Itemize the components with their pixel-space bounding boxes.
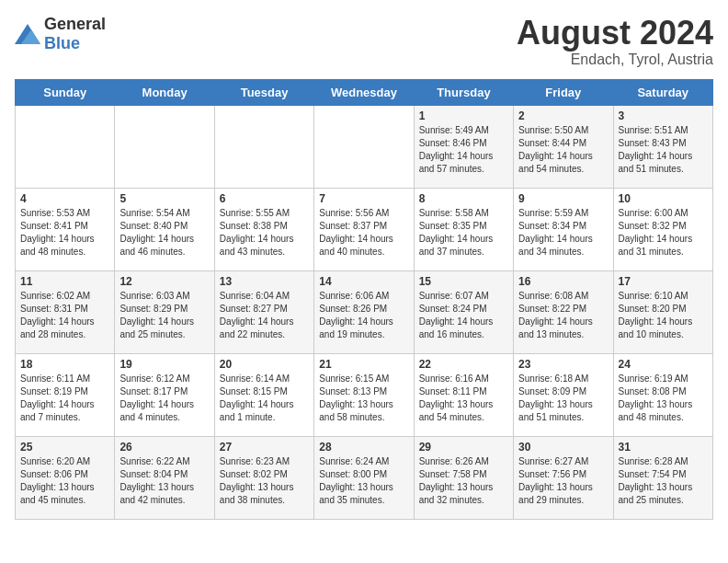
day-info: Sunrise: 5:53 AM Sunset: 8:41 PM Dayligh… (20, 207, 109, 259)
header-monday: Monday (115, 79, 214, 105)
day-number: 4 (20, 192, 109, 205)
logo-icon (15, 24, 40, 44)
day-info: Sunrise: 6:19 AM Sunset: 8:08 PM Dayligh… (619, 373, 708, 424)
day-number: 21 (319, 358, 408, 371)
day-number: 25 (20, 441, 109, 454)
header-friday: Friday (514, 79, 613, 105)
calendar-cell (115, 105, 214, 188)
week-row-4: 25Sunrise: 6:20 AM Sunset: 8:06 PM Dayli… (16, 436, 713, 519)
day-number: 31 (619, 441, 708, 454)
day-number: 24 (619, 358, 708, 371)
day-number: 19 (119, 358, 209, 371)
day-number: 10 (619, 192, 708, 205)
calendar-cell: 26Sunrise: 6:22 AM Sunset: 8:04 PM Dayli… (115, 436, 214, 519)
header-saturday: Saturday (613, 79, 712, 105)
calendar-cell: 29Sunrise: 6:26 AM Sunset: 7:58 PM Dayli… (414, 436, 513, 519)
header-sunday: Sunday (16, 79, 115, 105)
day-info: Sunrise: 6:14 AM Sunset: 8:15 PM Dayligh… (220, 373, 309, 424)
day-number: 15 (419, 275, 508, 288)
day-number: 17 (619, 275, 708, 288)
day-info: Sunrise: 6:18 AM Sunset: 8:09 PM Dayligh… (518, 373, 608, 424)
day-number: 12 (119, 275, 209, 288)
day-info: Sunrise: 6:00 AM Sunset: 8:32 PM Dayligh… (619, 207, 708, 259)
header-wednesday: Wednesday (314, 79, 414, 105)
day-number: 14 (319, 275, 408, 288)
day-info: Sunrise: 6:26 AM Sunset: 7:58 PM Dayligh… (419, 455, 508, 507)
day-number: 27 (220, 441, 309, 454)
subtitle: Endach, Tyrol, Austria (517, 52, 713, 68)
day-info: Sunrise: 6:03 AM Sunset: 8:29 PM Dayligh… (119, 290, 209, 341)
calendar-cell: 20Sunrise: 6:14 AM Sunset: 8:15 PM Dayli… (214, 353, 313, 436)
day-number: 20 (220, 358, 309, 371)
calendar-cell (214, 105, 313, 188)
logo: General Blue (15, 15, 106, 53)
day-number: 5 (119, 192, 209, 205)
day-number: 3 (619, 109, 708, 122)
calendar-cell: 13Sunrise: 6:04 AM Sunset: 8:27 PM Dayli… (214, 270, 313, 353)
calendar-cell: 4Sunrise: 5:53 AM Sunset: 8:41 PM Daylig… (16, 188, 115, 270)
logo-blue: Blue (44, 34, 80, 52)
day-info: Sunrise: 5:58 AM Sunset: 8:35 PM Dayligh… (419, 207, 508, 259)
calendar-cell: 21Sunrise: 6:15 AM Sunset: 8:13 PM Dayli… (314, 353, 414, 436)
calendar-cell: 12Sunrise: 6:03 AM Sunset: 8:29 PM Dayli… (115, 270, 214, 353)
calendar-cell: 19Sunrise: 6:12 AM Sunset: 8:17 PM Dayli… (115, 353, 214, 436)
calendar-cell: 1Sunrise: 5:49 AM Sunset: 8:46 PM Daylig… (414, 105, 513, 188)
day-info: Sunrise: 5:51 AM Sunset: 8:43 PM Dayligh… (619, 124, 708, 176)
day-info: Sunrise: 6:24 AM Sunset: 8:00 PM Dayligh… (319, 455, 408, 507)
logo-general: General (44, 15, 106, 33)
calendar-cell (314, 105, 414, 188)
calendar-cell: 24Sunrise: 6:19 AM Sunset: 8:08 PM Dayli… (613, 353, 712, 436)
calendar-cell: 9Sunrise: 5:59 AM Sunset: 8:34 PM Daylig… (514, 188, 613, 270)
day-number: 13 (220, 275, 309, 288)
day-info: Sunrise: 6:11 AM Sunset: 8:19 PM Dayligh… (20, 373, 109, 424)
calendar-cell: 23Sunrise: 6:18 AM Sunset: 8:09 PM Dayli… (514, 353, 613, 436)
calendar-cell: 6Sunrise: 5:55 AM Sunset: 8:38 PM Daylig… (214, 188, 313, 270)
week-row-3: 18Sunrise: 6:11 AM Sunset: 8:19 PM Dayli… (16, 353, 713, 436)
day-info: Sunrise: 6:06 AM Sunset: 8:26 PM Dayligh… (319, 290, 408, 341)
calendar-cell: 16Sunrise: 6:08 AM Sunset: 8:22 PM Dayli… (514, 270, 613, 353)
day-info: Sunrise: 5:50 AM Sunset: 8:44 PM Dayligh… (518, 124, 608, 176)
calendar-cell: 11Sunrise: 6:02 AM Sunset: 8:31 PM Dayli… (16, 270, 115, 353)
day-number: 9 (518, 192, 608, 205)
day-info: Sunrise: 6:08 AM Sunset: 8:22 PM Dayligh… (518, 290, 608, 341)
day-number: 29 (419, 441, 508, 454)
day-info: Sunrise: 6:07 AM Sunset: 8:24 PM Dayligh… (419, 290, 508, 341)
calendar-cell: 10Sunrise: 6:00 AM Sunset: 8:32 PM Dayli… (613, 188, 712, 270)
day-number: 1 (419, 109, 508, 122)
day-number: 30 (518, 441, 608, 454)
calendar-cell: 15Sunrise: 6:07 AM Sunset: 8:24 PM Dayli… (414, 270, 513, 353)
day-number: 18 (20, 358, 109, 371)
calendar-cell: 3Sunrise: 5:51 AM Sunset: 8:43 PM Daylig… (613, 105, 712, 188)
week-row-0: 1Sunrise: 5:49 AM Sunset: 8:46 PM Daylig… (16, 105, 713, 188)
calendar-cell: 17Sunrise: 6:10 AM Sunset: 8:20 PM Dayli… (613, 270, 712, 353)
calendar-header: Sunday Monday Tuesday Wednesday Thursday… (16, 79, 713, 105)
calendar-cell: 2Sunrise: 5:50 AM Sunset: 8:44 PM Daylig… (514, 105, 613, 188)
calendar-cell: 8Sunrise: 5:58 AM Sunset: 8:35 PM Daylig… (414, 188, 513, 270)
header-tuesday: Tuesday (214, 79, 313, 105)
week-row-1: 4Sunrise: 5:53 AM Sunset: 8:41 PM Daylig… (16, 188, 713, 270)
header-thursday: Thursday (414, 79, 513, 105)
day-number: 7 (319, 192, 408, 205)
day-info: Sunrise: 6:12 AM Sunset: 8:17 PM Dayligh… (119, 373, 209, 424)
day-number: 6 (220, 192, 309, 205)
calendar-cell: 14Sunrise: 6:06 AM Sunset: 8:26 PM Dayli… (314, 270, 414, 353)
day-number: 26 (119, 441, 209, 454)
calendar-cell: 31Sunrise: 6:28 AM Sunset: 7:54 PM Dayli… (613, 436, 712, 519)
day-number: 2 (518, 109, 608, 122)
day-number: 22 (419, 358, 508, 371)
main-title: August 2024 (517, 15, 713, 52)
day-number: 8 (419, 192, 508, 205)
calendar-body: 1Sunrise: 5:49 AM Sunset: 8:46 PM Daylig… (16, 105, 713, 519)
header: General Blue August 2024 Endach, Tyrol, … (15, 15, 713, 68)
day-info: Sunrise: 5:59 AM Sunset: 8:34 PM Dayligh… (518, 207, 608, 259)
day-number: 11 (20, 275, 109, 288)
day-info: Sunrise: 6:02 AM Sunset: 8:31 PM Dayligh… (20, 290, 109, 341)
week-row-2: 11Sunrise: 6:02 AM Sunset: 8:31 PM Dayli… (16, 270, 713, 353)
calendar-cell (16, 105, 115, 188)
day-info: Sunrise: 6:15 AM Sunset: 8:13 PM Dayligh… (319, 373, 408, 424)
calendar-cell: 27Sunrise: 6:23 AM Sunset: 8:02 PM Dayli… (214, 436, 313, 519)
day-info: Sunrise: 5:56 AM Sunset: 8:37 PM Dayligh… (319, 207, 408, 259)
calendar-cell: 5Sunrise: 5:54 AM Sunset: 8:40 PM Daylig… (115, 188, 214, 270)
day-info: Sunrise: 6:23 AM Sunset: 8:02 PM Dayligh… (220, 455, 309, 507)
day-info: Sunrise: 6:22 AM Sunset: 8:04 PM Dayligh… (119, 455, 209, 507)
